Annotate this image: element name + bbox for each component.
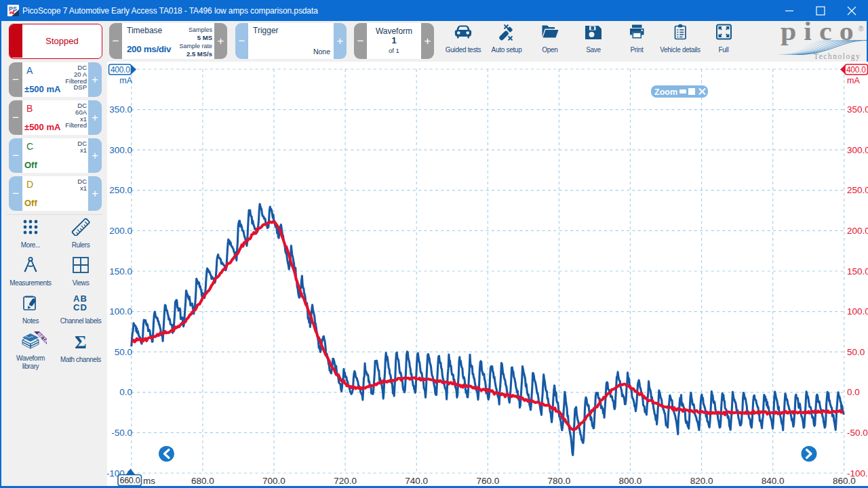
- svg-text:mA: mA: [847, 76, 860, 85]
- svg-text:740.0: 740.0: [405, 476, 428, 486]
- svg-text:200.0: 200.0: [109, 226, 132, 236]
- svg-text:660.0: 660.0: [120, 476, 140, 485]
- svg-text:800.0: 800.0: [619, 476, 642, 486]
- svg-text:0.0: 0.0: [847, 387, 860, 397]
- svg-text:ms: ms: [143, 476, 155, 486]
- svg-text:820.0: 820.0: [690, 476, 713, 486]
- svg-text:720.0: 720.0: [334, 476, 357, 486]
- svg-text:150.0: 150.0: [847, 266, 868, 277]
- svg-text:PS: PS: [9, 5, 17, 12]
- svg-text:100.0: 100.0: [109, 306, 132, 317]
- svg-text:-50.0: -50.0: [847, 428, 868, 438]
- svg-text:400.0: 400.0: [846, 65, 866, 75]
- svg-text:860.0: 860.0: [833, 476, 856, 486]
- svg-text:300.0: 300.0: [109, 145, 132, 155]
- svg-text:350.0: 350.0: [847, 104, 868, 115]
- svg-text:50.0: 50.0: [115, 347, 132, 357]
- svg-text:840.0: 840.0: [762, 476, 785, 486]
- svg-text:780.0: 780.0: [548, 476, 571, 486]
- svg-text:150.0: 150.0: [109, 266, 132, 277]
- svg-text:350.0: 350.0: [109, 104, 132, 115]
- svg-text:50.0: 50.0: [847, 347, 865, 357]
- svg-text:760.0: 760.0: [476, 476, 499, 486]
- svg-text:250.0: 250.0: [847, 185, 868, 195]
- svg-text:Σ: Σ: [75, 333, 87, 350]
- svg-text:300.0: 300.0: [847, 145, 868, 155]
- svg-text:0.0: 0.0: [119, 387, 132, 397]
- svg-text:200.0: 200.0: [847, 226, 868, 236]
- svg-text:mA: mA: [119, 76, 132, 85]
- svg-text:680.0: 680.0: [191, 476, 214, 486]
- svg-text:250.0: 250.0: [109, 185, 132, 195]
- svg-text:100.0: 100.0: [847, 306, 868, 317]
- svg-text:Zoom: Zoom: [654, 87, 677, 97]
- svg-text:400.0: 400.0: [111, 65, 130, 75]
- svg-text:700.0: 700.0: [262, 476, 285, 486]
- svg-text:CD: CD: [73, 302, 87, 312]
- svg-text:-50.0: -50.0: [111, 428, 132, 438]
